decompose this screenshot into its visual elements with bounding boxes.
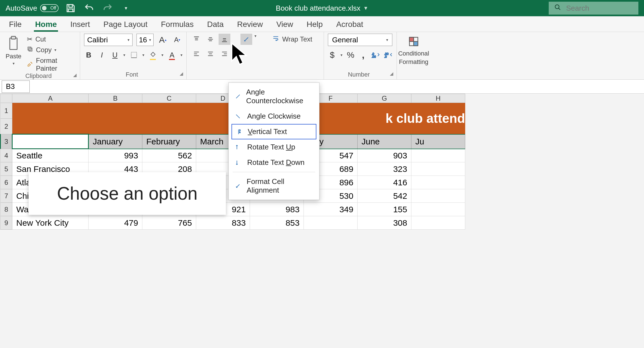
tab-view[interactable]: View: [275, 17, 294, 32]
menu-rotate-down[interactable]: Rotate Text Down: [229, 155, 319, 170]
cell[interactable]: January: [89, 134, 142, 149]
menu-angle-ccw[interactable]: Angle Counterclockwise: [229, 84, 319, 109]
cell[interactable]: 993: [89, 149, 142, 162]
row-header[interactable]: 3: [1, 134, 12, 149]
chevron-down-icon[interactable]: ▾: [254, 34, 256, 45]
qat-customize-icon[interactable]: ▾: [121, 3, 131, 13]
align-left-icon[interactable]: [191, 48, 202, 59]
tab-review[interactable]: Review: [236, 17, 264, 32]
row-header[interactable]: 6: [1, 176, 12, 189]
decrease-font-icon[interactable]: A▾: [172, 34, 182, 45]
undo-icon[interactable]: [84, 3, 94, 13]
chevron-down-icon[interactable]: ▾: [180, 53, 182, 57]
align-middle-icon[interactable]: [205, 34, 216, 45]
dialog-launcher-icon[interactable]: ◢: [390, 71, 393, 76]
menu-vertical-text[interactable]: ab Vertical Text: [231, 124, 316, 139]
row-header[interactable]: 4: [1, 149, 12, 162]
wrap-text-button[interactable]: Wrap Text: [272, 34, 312, 45]
cell[interactable]: [411, 176, 465, 189]
cell[interactable]: Seattle: [12, 149, 89, 162]
cell[interactable]: 308: [358, 216, 411, 230]
column-header[interactable]: B: [89, 94, 142, 103]
cell[interactable]: [12, 134, 89, 149]
cell[interactable]: 479: [89, 216, 142, 230]
underline-button[interactable]: U: [110, 49, 120, 61]
font-size-select[interactable]: 16 ▾: [136, 34, 154, 46]
cell[interactable]: 853: [250, 216, 304, 230]
paste-button[interactable]: Paste ▾: [4, 34, 23, 68]
cut-button[interactable]: ✂ Cut: [27, 35, 76, 43]
cell[interactable]: [411, 162, 465, 176]
cell[interactable]: [411, 149, 465, 162]
save-icon[interactable]: [65, 3, 76, 13]
cell[interactable]: 765: [142, 216, 196, 230]
cell[interactable]: 903: [358, 149, 411, 162]
redo-icon[interactable]: [102, 3, 113, 13]
cell[interactable]: New York City: [12, 216, 89, 230]
dialog-launcher-icon[interactable]: ◢: [180, 71, 183, 76]
cell[interactable]: 562: [142, 149, 196, 162]
column-header[interactable]: H: [411, 94, 465, 103]
tab-help[interactable]: Help: [305, 17, 324, 32]
menu-rotate-up[interactable]: Rotate Text Up: [229, 139, 319, 155]
cell[interactable]: Ju: [411, 134, 465, 149]
cell[interactable]: February: [142, 134, 196, 149]
tab-acrobat[interactable]: Acrobat: [335, 17, 365, 32]
column-header[interactable]: G: [358, 94, 411, 103]
menu-angle-cw[interactable]: Angle Clockwise: [229, 109, 319, 124]
row-header[interactable]: 7: [1, 189, 12, 203]
row-header[interactable]: 9: [1, 216, 12, 230]
worksheet-grid[interactable]: ABCDEFGH1k club attend23JanuaryFebruaryM…: [0, 94, 644, 230]
row-header[interactable]: 1: [1, 103, 12, 119]
search-input[interactable]: [566, 4, 633, 13]
accounting-format-icon[interactable]: $: [328, 49, 337, 61]
format-painter-button[interactable]: Format Painter: [27, 57, 76, 72]
menu-format-cell-alignment[interactable]: Format Cell Alignment: [229, 174, 319, 198]
align-right-icon[interactable]: [219, 48, 230, 59]
row-header[interactable]: 5: [1, 162, 12, 176]
column-header[interactable]: C: [142, 94, 196, 103]
percent-format-icon[interactable]: %: [346, 49, 355, 61]
align-top-icon[interactable]: [191, 34, 202, 45]
search-box[interactable]: [549, 2, 638, 15]
row-header[interactable]: 8: [1, 203, 12, 216]
column-header[interactable]: A: [12, 94, 89, 103]
align-center-icon[interactable]: [205, 48, 216, 59]
font-color-button[interactable]: A: [167, 49, 177, 61]
align-bottom-icon[interactable]: [219, 34, 230, 45]
font-name-select[interactable]: Calibri ▾: [84, 34, 133, 46]
tab-page-layout[interactable]: Page Layout: [102, 17, 149, 32]
conditional-formatting-button[interactable]: Conditional Formatting: [401, 34, 427, 68]
increase-decimal-icon[interactable]: .0.00: [371, 49, 380, 61]
cell[interactable]: 349: [304, 203, 358, 216]
tab-file[interactable]: File: [8, 17, 23, 32]
chevron-down-icon[interactable]: ▾: [142, 53, 144, 57]
cell[interactable]: 542: [358, 189, 411, 203]
autosave[interactable]: AutoSave Off: [6, 4, 59, 13]
tab-data[interactable]: Data: [206, 17, 225, 32]
chevron-down-icon[interactable]: ▾: [340, 53, 342, 57]
chevron-down-icon[interactable]: ▾: [123, 53, 125, 57]
name-box[interactable]: B3: [2, 80, 30, 93]
tab-formulas[interactable]: Formulas: [160, 17, 195, 32]
select-all-corner[interactable]: [1, 94, 12, 103]
dialog-launcher-icon[interactable]: ◢: [73, 72, 77, 78]
cell[interactable]: 155: [358, 203, 411, 216]
tab-home[interactable]: Home: [34, 17, 58, 32]
comma-format-icon[interactable]: ,: [359, 49, 368, 61]
fill-color-button[interactable]: [148, 49, 157, 61]
cell[interactable]: June: [358, 134, 411, 149]
bold-button[interactable]: B: [84, 49, 93, 61]
increase-font-icon[interactable]: A▴: [157, 34, 168, 45]
cell[interactable]: [411, 203, 465, 216]
cell[interactable]: [304, 216, 358, 230]
number-format-select[interactable]: General ▾: [328, 34, 392, 46]
document-title[interactable]: Book club attendance.xlsx ▼: [276, 4, 368, 13]
borders-button[interactable]: [129, 49, 138, 61]
italic-button[interactable]: I: [97, 49, 106, 61]
cell[interactable]: 833: [196, 216, 250, 230]
cell[interactable]: 323: [358, 162, 411, 176]
row-header[interactable]: 2: [1, 119, 12, 134]
copy-button[interactable]: Copy ▾: [27, 46, 76, 54]
cell[interactable]: [411, 216, 465, 230]
